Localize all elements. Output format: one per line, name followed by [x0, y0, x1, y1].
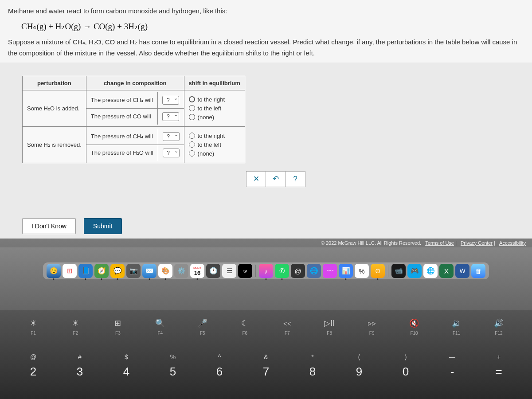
fn-key-icon: ▹▹ [368, 318, 376, 328]
clock-icon[interactable]: 🕐 [206, 264, 220, 278]
app-icon-2[interactable]: 🎨 [158, 264, 172, 278]
fn-key[interactable]: 🔇F10 [394, 318, 434, 336]
fn-key[interactable]: 🎤F5 [183, 318, 223, 336]
fn-key-label: F12 [495, 331, 502, 336]
trash-icon[interactable]: 🗑 [471, 264, 485, 278]
fn-key-label: F2 [73, 331, 78, 336]
num-key[interactable]: *8 [293, 353, 332, 379]
app-icon-7[interactable]: % [355, 264, 369, 278]
finder-icon[interactable]: 😊 [47, 264, 61, 278]
fn-key[interactable]: 🔉F11 [437, 318, 477, 336]
radio-left[interactable] [189, 105, 195, 111]
app-icon-8[interactable]: ⊙ [371, 264, 385, 278]
num-key[interactable]: $4 [106, 353, 146, 379]
num-key[interactable]: @2 [13, 353, 53, 379]
fn-key-icon: 🔊 [494, 318, 504, 328]
num-key[interactable]: &7 [246, 353, 286, 379]
fn-key[interactable]: ☾F6 [225, 318, 265, 336]
fn-key[interactable]: ☀F2 [55, 318, 95, 336]
key-symbol: % [170, 353, 176, 360]
dock-divider [388, 265, 388, 277]
clear-button[interactable]: ✕ [246, 172, 266, 187]
calendar-icon[interactable]: MAR 16 [190, 264, 204, 278]
radio-none[interactable] [189, 150, 195, 156]
shift-cell: to the right to the left (none) [184, 90, 245, 126]
num-key[interactable]: #3 [60, 353, 100, 379]
key-symbol: — [449, 353, 455, 360]
app-icon-6[interactable]: 📊 [339, 264, 353, 278]
fn-key-label: F10 [410, 331, 418, 336]
pressure-select[interactable]: ? [162, 96, 179, 105]
key-number: - [450, 365, 454, 379]
footer-link-privacy[interactable]: Privacy Center [461, 240, 493, 246]
app-icon-4[interactable]: 🌐 [307, 264, 321, 278]
num-key[interactable]: (9 [339, 353, 379, 379]
help-button[interactable]: ? [286, 172, 305, 187]
music-icon[interactable]: ♪ [259, 264, 273, 278]
fn-key-label: F1 [31, 331, 36, 336]
footer-link-terms[interactable]: Terms of Use [425, 240, 454, 246]
word-icon[interactable]: W [455, 264, 469, 278]
pressure-select[interactable]: ? [163, 149, 180, 157]
fn-key[interactable]: 🔊F12 [479, 318, 519, 336]
perturbation-cell: Some H₂O is added. [23, 90, 86, 126]
app-icon[interactable]: 📘 [78, 264, 93, 278]
fn-key-label: F11 [453, 331, 460, 336]
undo-button[interactable]: ↶ [266, 172, 286, 187]
num-key[interactable]: += [479, 353, 519, 379]
app-icon-10[interactable]: 🎮 [407, 264, 422, 278]
fn-key[interactable]: 🔍F4 [140, 318, 180, 336]
key-symbol: # [78, 353, 82, 360]
app-icon-3[interactable]: @ [291, 264, 305, 278]
radio-right[interactable] [189, 96, 195, 102]
question-body: Suppose a mixture of CH₄, H₂O, CO and H₂… [8, 36, 524, 59]
radio-left[interactable] [189, 141, 195, 148]
num-key[interactable]: %5 [153, 353, 193, 379]
fn-key-label: F3 [115, 331, 121, 336]
footer-link-accessibility[interactable]: Accessibility [499, 240, 526, 246]
chrome-icon[interactable]: 🌐 [423, 264, 438, 278]
pressure-select[interactable]: ? [163, 132, 180, 141]
key-number: 6 [216, 365, 223, 379]
comp-label: The pressure of CH₄ will [86, 92, 158, 109]
fn-key[interactable]: ▷IIF8 [309, 318, 349, 336]
fn-key[interactable]: ▹▹F9 [352, 318, 392, 336]
excel-icon[interactable]: X [439, 264, 454, 278]
fn-key[interactable]: ⊞F3 [98, 318, 138, 336]
reminders-icon[interactable]: ☰ [222, 264, 236, 278]
idk-button[interactable]: I Don't Know [22, 218, 76, 234]
fn-key-label: F4 [158, 331, 163, 336]
shift-cell: to the right to the left (none) [184, 126, 245, 163]
fn-key-icon: ▷II [324, 318, 335, 328]
whatsapp-icon[interactable]: ✆ [275, 264, 289, 278]
footer: © 2022 McGraw Hill LLC. All Rights Reser… [0, 239, 532, 247]
fn-key[interactable]: ☀F1 [13, 318, 53, 336]
num-key[interactable]: ^6 [200, 353, 239, 379]
num-key[interactable]: )0 [386, 353, 426, 379]
settings-icon[interactable]: ⚙️ [174, 264, 188, 278]
app-icon-9[interactable]: 📹 [391, 264, 406, 278]
fn-key[interactable]: ◃◃F7 [267, 318, 307, 336]
macos-dock: 😊 ⊞ 📘 🧭 💬 📷 ✉️ 🎨 ⚙️ MAR 16 🕐 ☰ tv ♪ ✆ @ … [43, 262, 489, 279]
chat-icon[interactable]: 💬 [110, 264, 125, 278]
app-icon-5[interactable]: 〰 [323, 264, 337, 278]
composition-cell: The pressure of CH₄ will ? The pressure … [86, 90, 184, 126]
num-key[interactable]: —- [432, 353, 472, 379]
pressure-select[interactable]: ? [162, 112, 179, 121]
fn-key-icon: 🔇 [409, 318, 419, 328]
radio-right[interactable] [189, 133, 195, 139]
comp-label: The pressure of H₂O will [86, 145, 158, 161]
radio-none[interactable] [189, 114, 195, 120]
key-number: 4 [123, 365, 129, 379]
browser-icon[interactable]: 🧭 [94, 264, 109, 278]
mail-icon[interactable]: ✉️ [142, 264, 156, 278]
camera-icon[interactable]: 📷 [126, 264, 141, 278]
submit-button[interactable]: Submit [84, 218, 122, 234]
tv-icon[interactable]: tv [238, 264, 252, 278]
key-symbol: ( [358, 353, 360, 360]
submit-bar: I Don't Know Submit [22, 218, 510, 234]
launchpad-icon[interactable]: ⊞ [63, 264, 77, 278]
comp-select-cell: ? [158, 92, 184, 109]
fn-key-icon: ⊞ [114, 318, 121, 328]
key-number: = [495, 365, 502, 379]
